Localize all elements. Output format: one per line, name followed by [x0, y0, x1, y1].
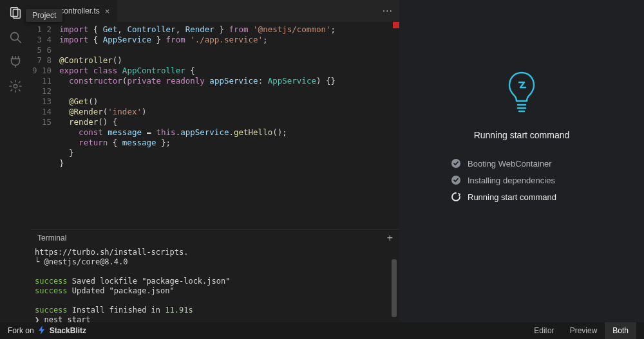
- install-step: Installing dependencies: [451, 175, 592, 185]
- fork-prefix: Fork on: [8, 326, 34, 335]
- run-step: Running start command: [451, 192, 592, 202]
- terminal-line: [35, 296, 393, 306]
- explorer-icon[interactable]: [8, 5, 23, 21]
- svg-line-3: [17, 39, 21, 42]
- new-terminal-button[interactable]: +: [387, 232, 393, 244]
- settings-icon[interactable]: [8, 78, 23, 94]
- code-editor[interactable]: 1 2 3 4 5 6 7 8 9 10 11 12 13 14 15 impo…: [31, 22, 399, 229]
- terminal-panel: Terminal + https://turbo.sh/install-scri…: [31, 229, 399, 322]
- terminal-line: success Saved lockfile "package-lock.jso…: [35, 277, 393, 286]
- preview-pane: Running start command Booting WebContain…: [399, 0, 644, 322]
- view-preview-button[interactable]: Preview: [562, 322, 605, 339]
- step-label: Installing dependencies: [468, 176, 555, 185]
- code-content: import { Get, Controller, Render } from …: [59, 22, 399, 229]
- terminal-line: success Install finished in 11.91s: [35, 306, 393, 315]
- view-mode-switcher: Editor Preview Both: [526, 322, 636, 339]
- terminal-line: ❯ nest start: [35, 315, 393, 322]
- step-label: Booting WebContainer: [468, 159, 552, 169]
- boot-step: Booting WebContainer: [451, 158, 592, 169]
- tab-bar: app.controller.ts × ···: [31, 0, 399, 22]
- fork-link[interactable]: Fork on StackBlitz: [8, 325, 86, 336]
- terminal-scrollbar[interactable]: [392, 246, 397, 321]
- terminal-line: [35, 267, 393, 277]
- view-both-button[interactable]: Both: [605, 322, 636, 339]
- line-number-gutter: 1 2 3 4 5 6 7 8 9 10 11 12 13 14 15: [31, 22, 59, 229]
- terminal-title: Terminal: [37, 234, 66, 243]
- main-area: Project app.controller.ts ×: [0, 0, 644, 322]
- terminal-body[interactable]: https://turbo.sh/install-scripts. └ @nes…: [31, 246, 399, 322]
- lightning-icon: [38, 325, 46, 336]
- close-icon[interactable]: ×: [104, 6, 111, 16]
- check-circle-icon: [451, 158, 461, 169]
- app-root: Project app.controller.ts ×: [0, 0, 644, 339]
- project-tooltip: Project: [26, 9, 62, 22]
- editor-column: app.controller.ts × ··· 1 2 3 4 5 6 7 8 …: [31, 0, 399, 322]
- check-circle-icon: [451, 175, 461, 185]
- spinner-icon: [451, 192, 461, 202]
- lightbulb-icon: [506, 71, 537, 116]
- tab-overflow-button[interactable]: ···: [383, 0, 399, 22]
- overview-ruler-error-icon: [393, 22, 399, 28]
- status-bar: Fork on StackBlitz Editor Preview Both: [0, 322, 644, 339]
- search-icon[interactable]: [8, 30, 23, 45]
- activity-bar: Project: [0, 0, 31, 322]
- terminal-line: └ @nestjs/core@8.4.0: [35, 257, 393, 267]
- scrollbar-thumb[interactable]: [392, 259, 397, 317]
- terminal-line: success Updated "package.json": [35, 286, 393, 296]
- terminal-header: Terminal +: [31, 230, 399, 246]
- brand-name: StackBlitz: [50, 326, 86, 335]
- view-editor-button[interactable]: Editor: [526, 322, 562, 339]
- terminal-line: https://turbo.sh/install-scripts.: [35, 248, 393, 257]
- ports-icon[interactable]: [8, 54, 23, 69]
- svg-point-4: [14, 84, 17, 88]
- preview-status-title: Running start command: [474, 130, 570, 140]
- step-label: Running start command: [468, 192, 556, 202]
